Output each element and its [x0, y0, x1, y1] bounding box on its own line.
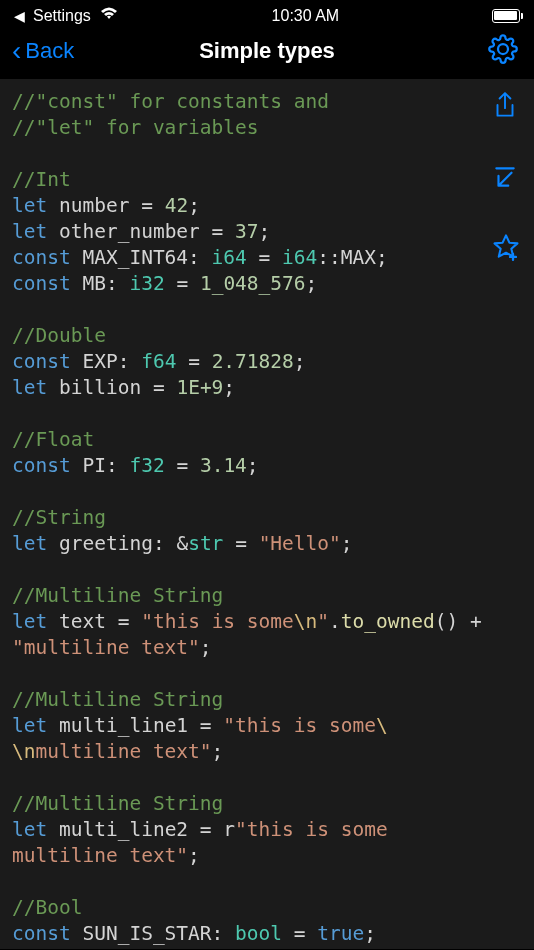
- code-line: let greeting: &str = "Hello";: [12, 531, 522, 557]
- code-line: //Bool: [12, 895, 522, 921]
- battery-icon: [492, 9, 520, 23]
- back-label: Back: [25, 38, 74, 64]
- code-line: const PI: f32 = 3.14;: [12, 453, 522, 479]
- code-line: let earth_is_star = false;: [12, 947, 522, 949]
- download-arrow-icon: [492, 164, 518, 190]
- code-line: multiline text";: [12, 843, 522, 869]
- code-content[interactable]: //"const" for constants and //"let" for …: [0, 79, 534, 949]
- code-line: //Float: [12, 427, 522, 453]
- share-icon: [492, 91, 518, 121]
- code-line: let multi_line1 = "this is some\: [12, 713, 522, 739]
- code-line: const MB: i32 = 1_048_576;: [12, 271, 522, 297]
- code-line: let number = 42;: [12, 193, 522, 219]
- code-line: //"let" for variables: [12, 115, 522, 141]
- status-left: ◀ Settings: [14, 6, 119, 25]
- status-bar: ◀ Settings 10:30 AM: [0, 0, 534, 27]
- code-line: const EXP: f64 = 2.71828;: [12, 349, 522, 375]
- code-line: //"const" for constants and: [12, 89, 522, 115]
- back-to-app-caret: ◀: [14, 8, 25, 24]
- wifi-icon: [99, 6, 119, 25]
- code-line: //Multiline String: [12, 583, 522, 609]
- gear-icon: [488, 34, 518, 64]
- chevron-left-icon: ‹: [12, 37, 21, 65]
- code-line: let text = "this is some\n".to_owned() +: [12, 609, 522, 635]
- nav-bar: ‹ Back Simple types: [0, 27, 534, 79]
- side-actions: [492, 91, 520, 268]
- code-line: //String: [12, 505, 522, 531]
- download-button[interactable]: [492, 164, 520, 197]
- code-line: "multiline text";: [12, 635, 522, 661]
- code-line: let multi_line2 = r"this is some: [12, 817, 522, 843]
- code-line: //Multiline String: [12, 687, 522, 713]
- back-button[interactable]: ‹ Back: [12, 37, 74, 65]
- code-line: const MAX_INT64: i64 = i64::MAX;: [12, 245, 522, 271]
- code-line: let billion = 1E+9;: [12, 375, 522, 401]
- status-time: 10:30 AM: [272, 7, 340, 25]
- code-line: //Double: [12, 323, 522, 349]
- settings-button[interactable]: [488, 34, 518, 68]
- code-line: let other_number = 37;: [12, 219, 522, 245]
- code-line: //Int: [12, 167, 522, 193]
- code-line: \nmultiline text";: [12, 739, 522, 765]
- code-line: const SUN_IS_STAR: bool = true;: [12, 921, 522, 947]
- code-line: //Multiline String: [12, 791, 522, 817]
- share-button[interactable]: [492, 91, 520, 128]
- star-add-icon: [492, 233, 520, 261]
- back-to-app-label[interactable]: Settings: [33, 7, 91, 25]
- favorite-button[interactable]: [492, 233, 520, 268]
- status-right: [492, 9, 520, 23]
- page-title: Simple types: [199, 38, 335, 64]
